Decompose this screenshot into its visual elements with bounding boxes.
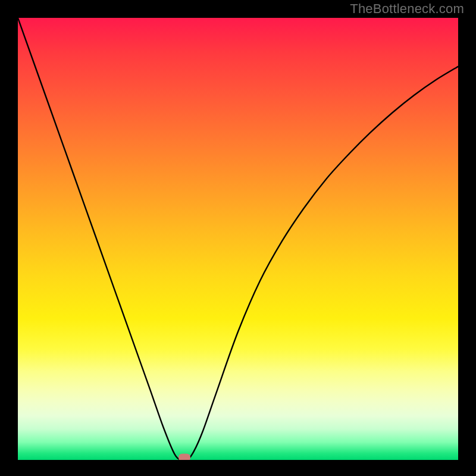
minimum-marker	[178, 454, 190, 461]
watermark-text: TheBottleneck.com	[350, 1, 464, 17]
bottleneck-curve	[18, 18, 458, 460]
chart-frame: TheBottleneck.com	[0, 0, 476, 476]
plot-area	[18, 18, 458, 460]
